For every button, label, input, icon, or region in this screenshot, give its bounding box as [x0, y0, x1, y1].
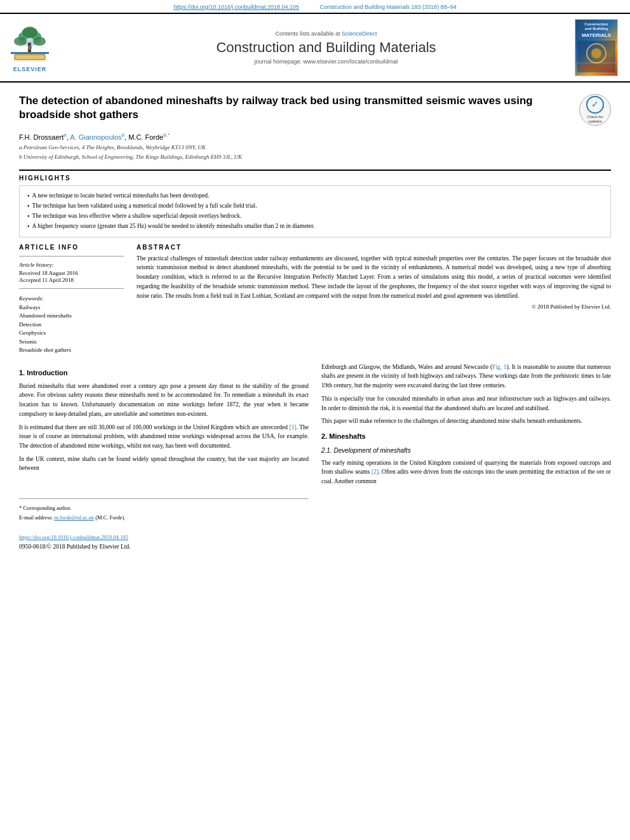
check-updates-label: Check for updates: [580, 115, 610, 124]
article-history-label: Article history:: [19, 262, 124, 268]
elsevier-logo-area: ELSEVIER: [8, 19, 77, 76]
svg-rect-15: [580, 65, 612, 70]
abstract-title: ABSTRACT: [137, 244, 611, 251]
affiliations: a Petroleum Geo-Services, 4 The Heights,…: [19, 143, 611, 162]
author-c-sup: b,*: [163, 132, 170, 138]
article-info-abstract: ARTICLE INFO Article history: Received 1…: [19, 244, 611, 355]
highlight-text-1: A new technique to locate buried vertica…: [32, 191, 210, 201]
journal-title: Construction and Building Materials: [216, 39, 436, 56]
article-title: The detection of abandoned mineshafts by…: [19, 94, 573, 122]
svg-point-6: [18, 32, 29, 40]
check-circle-icon: ✓: [586, 96, 604, 114]
cite-3[interactable]: [3]: [289, 424, 296, 430]
body-columns: 1. Introduction Buried mineshafts that w…: [19, 363, 611, 552]
journal-title-area: Contents lists available at ScienceDirec…: [84, 19, 568, 76]
author-giannopoulos[interactable]: A. Giannopoulos: [70, 133, 121, 141]
keyword-3: Detection: [19, 321, 124, 330]
main-content: The detection of abandoned mineshafts by…: [0, 83, 630, 558]
section-2-para-1: The early mining operations in the Unite…: [321, 458, 611, 486]
header-divider: [19, 170, 611, 171]
author-a-sup: a: [64, 132, 66, 138]
section-1-para-1: Buried mineshafts that were abandoned ov…: [19, 382, 309, 419]
cover-image-svg: [577, 41, 615, 72]
svg-point-10: [28, 46, 32, 50]
journal-header: ELSEVIER Contents lists available at Sci…: [0, 13, 630, 83]
doi-footer: https://doi.org/10.1016/j.conbuildmat.20…: [19, 533, 309, 542]
highlights-box: • A new technique to locate buried verti…: [19, 185, 611, 237]
affiliation-a: a Petroleum Geo-Services, 4 The Heights,…: [19, 143, 611, 152]
sciencedirect-label: Contents lists available at ScienceDirec…: [275, 30, 377, 37]
keyword-4: Geophysics: [19, 329, 124, 338]
keyword-5: Seismic: [19, 338, 124, 347]
doi-link[interactable]: https://doi.org/10.1016/j.conbuildmat.20…: [173, 4, 299, 10]
keywords-label: Keywords:: [19, 295, 124, 302]
svg-point-7: [31, 32, 41, 40]
abstract-copyright: © 2018 Published by Elsevier Ltd.: [137, 303, 611, 310]
bullet-3: •: [27, 211, 30, 222]
body-right-column: Edinburgh and Glasgow, the Midlands, Wal…: [321, 363, 611, 552]
cover-title-line2: and Building: [585, 27, 608, 31]
section-2-1-title: 2.1. Development of mineshafts: [321, 446, 611, 456]
svg-rect-9: [15, 55, 44, 59]
footer-divider: [19, 498, 309, 499]
keyword-2: Abandoned mineshafts: [19, 312, 124, 321]
email-note: E-mail address: m.forde@ed.ac.uk (M.C. F…: [19, 514, 309, 522]
bullet-2: •: [27, 201, 30, 211]
highlight-item-4: • A higher frequency source (greater tha…: [27, 222, 603, 232]
highlight-text-2: The technique has been validated using a…: [32, 201, 257, 211]
author-forde: M.C. Forde: [128, 133, 163, 141]
bullet-1: •: [27, 191, 30, 201]
highlight-item-1: • A new technique to locate buried verti…: [27, 191, 603, 201]
email-name: (M.C. Forde).: [95, 514, 125, 521]
article-info-column: ARTICLE INFO Article history: Received 1…: [19, 244, 124, 355]
section-1-para-2: It is estimated that there are still 30,…: [19, 423, 309, 451]
abstract-text: The practical challenges of mineshaft de…: [137, 254, 611, 301]
svg-rect-0: [11, 52, 49, 54]
section-2-title: 2. Mineshafts: [321, 431, 611, 442]
sciencedirect-link[interactable]: ScienceDirect: [342, 30, 377, 37]
keyword-1: Railways: [19, 303, 124, 312]
corresponding-note: * Corresponding author.: [19, 504, 309, 512]
section-1-right-para-2: This is especially true for concealed mi…: [321, 394, 611, 413]
keyword-6: Broadside shot gathers: [19, 346, 124, 355]
footer-area: * Corresponding author. E-mail address: …: [19, 498, 309, 552]
top-bar: https://doi.org/10.1016/j.conbuildmat.20…: [0, 0, 630, 13]
authors-line: F.H. Drossaerta, A. Giannopoulosb, M.C. …: [19, 132, 611, 141]
page: https://doi.org/10.1016/j.conbuildmat.20…: [0, 0, 630, 840]
keywords-section: Keywords: Railways Abandoned mineshafts …: [19, 295, 124, 355]
section-1-right-para-1: Edinburgh and Glasgow, the Midlands, Wal…: [321, 363, 611, 390]
body-left-column: 1. Introduction Buried mineshafts that w…: [19, 363, 309, 552]
info-divider-2: [19, 288, 124, 289]
article-info-title: ARTICLE INFO: [19, 244, 124, 251]
footer-doi-link[interactable]: https://doi.org/10.1016/j.conbuildmat.20…: [19, 534, 128, 540]
checkmark-icon: ✓: [591, 99, 599, 110]
journal-cover-image: Construction and Building MATERIALS: [575, 19, 618, 76]
issn-line: 0950-0618/© 2018 Published by Elsevier L…: [19, 542, 309, 552]
info-divider-1: [19, 256, 124, 257]
cite-fig1[interactable]: Fig. 1: [492, 364, 507, 370]
elsevier-text: ELSEVIER: [13, 66, 47, 72]
accepted-date: Accepted 11 April 2018: [19, 277, 124, 283]
svg-point-13: [591, 48, 601, 58]
article-title-section: The detection of abandoned mineshafts by…: [19, 89, 611, 126]
highlight-item-3: • The technique was less effective where…: [27, 211, 603, 222]
elsevier-tree-icon: [8, 23, 52, 65]
author-drossaert: F.H. Drossaert: [19, 133, 64, 141]
affiliation-b: b University of Edinburgh, School of Eng…: [19, 153, 611, 162]
cite-2[interactable]: [2]: [372, 469, 379, 475]
received-date: Received 18 August 2016: [19, 270, 124, 276]
highlights-title: HIGHLIGHTS: [19, 175, 611, 182]
cover-title-line1: Construction: [584, 22, 608, 27]
highlight-text-4: A higher frequency source (greater than …: [32, 222, 315, 232]
journal-cover-area: Construction and Building MATERIALS: [575, 19, 622, 76]
homepage-line: journal homepage: www.elsevier.com/locat…: [254, 58, 398, 65]
abstract-section: ABSTRACT The practical challenges of min…: [137, 244, 611, 355]
check-updates-inner: ✓ Check for updates: [580, 96, 610, 124]
check-updates-badge: ✓ Check for updates: [579, 94, 611, 126]
highlight-text-3: The technique was less effective where a…: [32, 211, 242, 222]
email-link[interactable]: m.forde@ed.ac.uk: [54, 514, 94, 521]
journal-reference: Construction and Building Materials 183 …: [320, 4, 457, 10]
elsevier-logo: ELSEVIER: [8, 23, 52, 72]
cover-title-line3: MATERIALS: [582, 32, 611, 38]
section-1-title: 1. Introduction: [19, 368, 309, 378]
